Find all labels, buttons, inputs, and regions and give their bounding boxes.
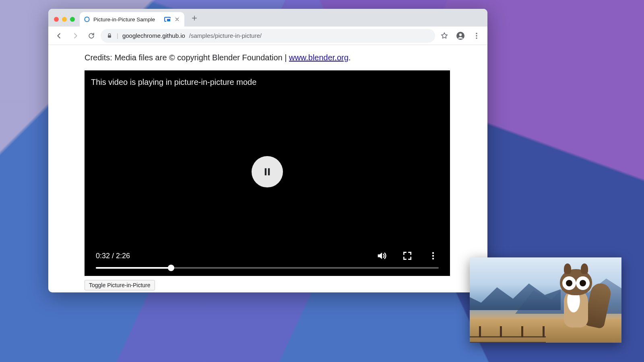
svg-point-9	[432, 252, 434, 254]
browser-toolbar: | googlechrome.github.io/samples/picture…	[48, 27, 487, 45]
svg-point-11	[432, 258, 434, 259]
window-close-button[interactable]	[54, 17, 59, 22]
pip-video-frame	[470, 257, 621, 343]
url-host: googlechrome.github.io	[122, 32, 185, 39]
new-tab-button[interactable]	[188, 12, 200, 24]
profile-avatar-button[interactable]	[454, 29, 467, 43]
nav-forward-button[interactable]	[68, 29, 82, 43]
pip-floating-window[interactable]	[470, 257, 621, 343]
tab-strip: Picture-in-Picture Sample	[48, 9, 487, 27]
credits-line: Credits: Media files are © copyright Ble…	[85, 53, 451, 62]
volume-button[interactable]	[376, 250, 387, 261]
svg-point-3	[459, 33, 462, 36]
pause-button[interactable]	[252, 156, 283, 187]
pip-indicator-icon	[164, 17, 171, 22]
fullscreen-icon	[402, 251, 413, 261]
window-controls	[52, 17, 78, 27]
address-bar[interactable]: | googlechrome.github.io/samples/picture…	[101, 29, 435, 43]
credits-link[interactable]: www.blender.org	[289, 53, 349, 62]
svg-point-4	[476, 33, 477, 34]
nav-back-button[interactable]	[52, 29, 66, 43]
pip-overlay-text: This video is playing in picture-in-pict…	[91, 78, 256, 87]
svg-rect-8	[268, 168, 270, 175]
browser-tab[interactable]: Picture-in-Picture Sample	[80, 12, 184, 27]
tab-title: Picture-in-Picture Sample	[93, 16, 161, 23]
omnibox-separator: |	[117, 32, 118, 39]
volume-icon	[376, 250, 387, 261]
page-content: Credits: Media files are © copyright Ble…	[48, 45, 487, 292]
svg-point-6	[476, 37, 477, 39]
progress-fill	[96, 267, 171, 269]
browser-menu-button[interactable]	[470, 29, 483, 43]
svg-rect-7	[265, 168, 266, 175]
svg-rect-1	[108, 35, 111, 37]
video-more-button[interactable]	[427, 250, 439, 261]
more-vert-icon	[428, 251, 438, 261]
window-zoom-button[interactable]	[70, 17, 75, 22]
pause-icon	[261, 166, 273, 178]
progress-thumb[interactable]	[168, 265, 174, 271]
tab-close-button[interactable]	[174, 16, 180, 23]
video-player[interactable]: This video is playing in picture-in-pict…	[85, 70, 450, 276]
nav-reload-button[interactable]	[85, 29, 98, 43]
time-display: 0:32 / 2:26	[96, 252, 130, 260]
window-minimize-button[interactable]	[62, 17, 67, 22]
toggle-pip-button[interactable]: Toggle Picture-in-Picture	[85, 280, 155, 290]
fullscreen-button[interactable]	[402, 250, 413, 261]
credits-prefix: Credits: Media files are © copyright Ble…	[85, 53, 289, 62]
lock-icon	[106, 33, 113, 39]
desktop-wallpaper: Picture-in-Picture Sample	[0, 0, 644, 362]
credits-suffix: .	[349, 53, 351, 62]
bookmark-star-button[interactable]	[438, 29, 451, 43]
svg-point-5	[476, 35, 477, 36]
tab-favicon	[84, 16, 90, 23]
svg-point-10	[432, 255, 434, 257]
url-path: /samples/picture-in-picture/	[189, 32, 262, 39]
browser-window: Picture-in-Picture Sample	[48, 9, 487, 292]
video-controls: 0:32 / 2:26	[85, 245, 450, 276]
progress-bar[interactable]	[96, 267, 439, 269]
